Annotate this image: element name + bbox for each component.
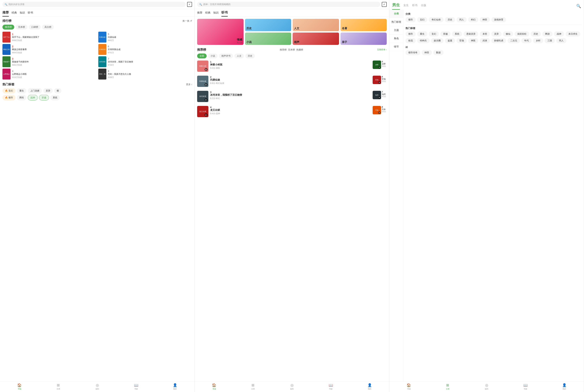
- p3-tag[interactable]: 末世: [480, 31, 490, 36]
- p3-tag[interactable]: 历史: [531, 31, 541, 36]
- audio-cat-card[interactable]: 人文: [293, 19, 339, 31]
- rank-item[interactable]: 冰河末世 7冰河末世，我囤了百亿物资 8726万: [98, 56, 192, 67]
- p3-tag[interactable]: 三国: [545, 38, 555, 43]
- audio-cat-card[interactable]: 亲子: [340, 32, 387, 45]
- search-input-wrap-1[interactable]: 🔍 我的26岁女房客: [2, 2, 186, 7]
- tag-chip[interactable]: 灵异: [43, 88, 53, 94]
- p3-sidebar-item[interactable]: 角色: [389, 34, 403, 43]
- nav-tab-audio-1[interactable]: 听书: [28, 11, 33, 16]
- rank-item[interactable]: 山野桃运 4山野桃运小神医 9316万热度: [2, 68, 96, 80]
- tag-chip[interactable]: 战神: [28, 95, 38, 100]
- p3-tag[interactable]: 末日求生: [566, 31, 580, 36]
- p3-tag[interactable]: 游戏体育: [491, 17, 506, 22]
- ranking-more-2[interactable]: 完整榜单 ›: [377, 48, 387, 51]
- play-button[interactable]: ▶: [204, 98, 208, 101]
- tag-chip[interactable]: 🔥 都市: [2, 95, 15, 100]
- p3-tag[interactable]: 玄幻: [429, 31, 439, 36]
- p3-tag[interactable]: 悬疑灵异: [464, 31, 478, 36]
- p3-tag[interactable]: 同人: [556, 38, 567, 43]
- p3-tag[interactable]: 都市: [406, 17, 416, 22]
- bottom-nav-item[interactable]: 🏠 书城: [195, 383, 234, 390]
- rank-item[interactable]: 亮剑：我 8亮剑：我真不想当大人物 8398万: [98, 68, 192, 80]
- play-btn-small[interactable]: ▶: [378, 81, 381, 84]
- tag-chip[interactable]: 两性: [17, 95, 26, 100]
- rank-filter-novel[interactable]: 小说: [208, 54, 217, 58]
- bottom-nav-item[interactable]: ⊞ 分类: [428, 383, 467, 390]
- hot-tags-more-1[interactable]: 更多 ›: [186, 83, 192, 86]
- play-button[interactable]: ▶: [204, 68, 208, 71]
- audio-cat-card[interactable]: 相声: [293, 32, 339, 45]
- p3-tag[interactable]: 种田: [480, 17, 490, 22]
- bottom-nav-item[interactable]: 📖 书架: [117, 383, 156, 390]
- search-input-wrap-2[interactable]: 🔍 原神：甘雨开局喂我喝椰奶: [197, 2, 380, 7]
- bottom-nav-item[interactable]: 👤 我的: [545, 383, 584, 390]
- rank-item[interactable]: 我做老千 3我做老千的那些年 9681万热度: [2, 56, 96, 67]
- play-button[interactable]: ▶: [204, 83, 208, 86]
- nav-tab-knowledge-1[interactable]: 知识: [20, 11, 25, 16]
- rank-filter-highscore[interactable]: 高分榜: [42, 25, 54, 30]
- p3-tag[interactable]: 搞笑轻松: [515, 31, 529, 36]
- audio-list-item[interactable]: 神算小村 ▶ 1 神算小村医 9.0分·神医: [197, 60, 371, 72]
- audio-list-item-right[interactable]: 仙武 ▶ 7 仙武 9.2分: [373, 91, 387, 104]
- nav-tab-knowledge-2[interactable]: 知识: [213, 11, 219, 16]
- tag-chip[interactable]: 上门龙婿: [28, 88, 42, 94]
- audio-list-item[interactable]: 冰河末世 ▶ 3 冰河末世，我囤积了百亿物资 8.2分·科幻: [197, 91, 371, 102]
- rank-tab-complete[interactable]: 完本榜: [288, 48, 295, 52]
- rank-item[interactable]: 问鼎仙途 5问鼎仙途 8862万: [98, 32, 192, 42]
- p3-tag[interactable]: 历史: [445, 17, 455, 22]
- nav-tab-classic-1[interactable]: 经典: [11, 11, 17, 16]
- p3-tag[interactable]: 年代: [521, 38, 532, 43]
- p3-tag[interactable]: 种田: [422, 50, 432, 55]
- audio-list-item[interactable]: 龙王出狱 ▶ 4 龙王出狱 9.4分·战神: [197, 106, 371, 117]
- p3-tag[interactable]: 扮猪吃虎: [491, 38, 506, 43]
- rank-item[interactable]: 网游之绝 2网游之绝世毒尊 9954万热度: [2, 44, 96, 55]
- rank-filter-crosstalk[interactable]: 相声评书: [219, 54, 233, 58]
- p3-tag[interactable]: 穿越: [440, 31, 451, 36]
- play-button[interactable]: ▶: [204, 113, 208, 116]
- bottom-nav-item[interactable]: 🏠 书城: [0, 383, 39, 390]
- p3-tag[interactable]: 玄幻: [417, 17, 427, 22]
- tag-chip[interactable]: 🔥 玄幻: [2, 88, 15, 94]
- audio-list-item-right[interactable]: 乡野 ▶ 5 乡野 8.8分: [373, 60, 387, 74]
- p3-tag[interactable]: 校花: [406, 38, 416, 43]
- tag-chip[interactable]: 重生: [17, 88, 26, 94]
- p3-nav-female[interactable]: 女生: [403, 4, 409, 8]
- p3-tag[interactable]: 战神: [554, 31, 564, 36]
- p3-tag[interactable]: 灵异: [491, 31, 502, 36]
- audio-list-item-right[interactable]: 天命 ▶ 8 天命 8.6分: [373, 106, 387, 119]
- rank-filter-complete[interactable]: 完本榜: [16, 25, 27, 30]
- p3-tag[interactable]: 重生: [417, 31, 427, 36]
- p3-tag[interactable]: 官场: [457, 38, 467, 43]
- p3-tag[interactable]: 网游: [542, 31, 553, 36]
- bottom-nav-item[interactable]: 🏠 书城: [389, 383, 428, 390]
- audio-list-item[interactable]: 问鼎仙途 ▶ 2 问鼎仙途 8.8分·奇幻仙侠: [197, 76, 371, 87]
- p3-tag[interactable]: 科幻: [468, 17, 478, 22]
- bottom-nav-item[interactable]: ◎ 福利: [78, 383, 117, 390]
- bottom-nav-item[interactable]: 📖 书架: [311, 383, 350, 390]
- bookmark-icon-1[interactable]: ✓: [187, 2, 192, 7]
- p3-sidebar-item[interactable]: 热门标签: [389, 18, 403, 26]
- p3-nav-male[interactable]: 男生: [392, 2, 400, 10]
- p3-tag[interactable]: 武侠: [480, 38, 490, 43]
- nav-tab-classic-2[interactable]: 经典: [205, 11, 210, 16]
- p3-tag[interactable]: 数据: [433, 50, 444, 55]
- rank-item[interactable]: 开局帝限 6开局帝限合成 8751万: [98, 44, 192, 55]
- rank-tab-recommend[interactable]: 推荐榜: [280, 48, 287, 52]
- p3-tag[interactable]: 娱乐圈: [431, 38, 444, 43]
- rank-filter-humanities[interactable]: 人文: [234, 54, 244, 58]
- bottom-nav-item[interactable]: ◎ 福利: [467, 383, 506, 390]
- audio-cat-card[interactable]: 小说: [245, 32, 291, 45]
- p3-nav-publish[interactable]: 出版: [421, 4, 426, 8]
- rank-tab-hotplay[interactable]: 热播榜: [296, 48, 303, 52]
- p3-tag[interactable]: 都市: [406, 31, 416, 36]
- audio-list-item-right[interactable]: 官场 ▶ 6 官场 8.9分: [373, 76, 387, 89]
- nav-tab-recommend-2[interactable]: 推荐: [197, 11, 202, 16]
- p3-tag[interactable]: 都市传奇: [406, 50, 420, 55]
- bottom-nav-item[interactable]: 👤 我的: [350, 383, 389, 390]
- audio-cat-card[interactable]: 历史: [245, 19, 291, 31]
- ranking-refresh-1[interactable]: 换一换 ↺: [182, 19, 192, 22]
- p3-sidebar-item[interactable]: 分类: [389, 10, 403, 18]
- p3-tag[interactable]: 修仙: [503, 31, 513, 36]
- tag-chip[interactable]: 穿越: [39, 95, 49, 100]
- bottom-nav-item[interactable]: ⊞ 分类: [39, 383, 78, 390]
